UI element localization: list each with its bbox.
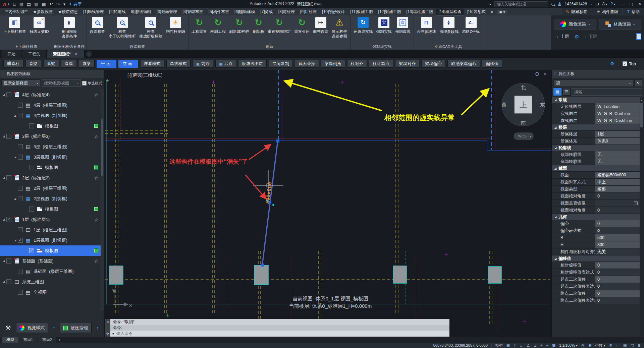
drawing-doc-icon[interactable] xyxy=(636,33,641,40)
toolbar-button-取消梁墙偏心[interactable]: 取消梁墙偏心 xyxy=(447,60,480,68)
share-button[interactable]: ✈共享 xyxy=(69,1,82,7)
save-icon[interactable]: ▤ xyxy=(27,2,31,7)
layer-settings-gear-icon[interactable]: ⚙ xyxy=(575,34,579,40)
toolbar-settings-gear-icon[interactable]: ⚙ xyxy=(610,61,614,67)
toolbar-button-前置[interactable]: ▣前置 xyxy=(193,60,213,68)
base-map-button[interactable]: 底图管理 xyxy=(60,323,92,333)
object-snap-tracking-icon[interactable]: ⊿ xyxy=(534,343,537,348)
toolbar-button-柱对齐[interactable]: 柱对齐 xyxy=(347,60,367,68)
property-value[interactable]: 0 xyxy=(595,283,640,290)
model-space-label[interactable]: 模型 xyxy=(495,343,503,348)
property-value[interactable]: 矩形 xyxy=(595,186,640,192)
tree-item-模板图[interactable]: 模板图 xyxy=(0,121,104,131)
ribbon-button-上下墙柱检查[interactable]: ◧上下墙柱检查 xyxy=(2,16,28,35)
grid-icon[interactable]: ▦ xyxy=(506,343,510,348)
menu-item-参数设置[interactable]: ★参数设置 xyxy=(31,8,56,15)
ribbon-button-清理多段线[interactable]: ✒清理多段线 xyxy=(438,16,460,35)
toolbar-button-层间复制[interactable]: 层间复制 xyxy=(269,60,293,68)
ribbon-button-删旧图板边界条件[interactable]: ✒删旧图板 边界条件 xyxy=(60,16,78,40)
tree-item-全视图[interactable]: ▤全视图 xyxy=(0,287,104,297)
save-as-icon[interactable]: ▥ xyxy=(34,2,38,7)
property-value[interactable]: 0 xyxy=(595,207,640,214)
toolbar-button-后置[interactable]: ▣后置 xyxy=(215,60,236,68)
layer-down-button[interactable]: ↓下层 xyxy=(582,33,600,41)
viewport-controls-label[interactable]: [-][俯视][二维线框] xyxy=(127,72,162,78)
open-file-icon[interactable]: ▧ xyxy=(19,2,23,7)
toolbar-button-梁墙倒角[interactable]: 梁墙倒角 xyxy=(321,60,345,68)
visual-style-up-icon[interactable]: ↑ xyxy=(50,323,58,333)
toolbar-button-截面替换[interactable]: 截面替换 xyxy=(295,60,319,68)
menu-item-楼层信息[interactable]: ★楼层信息 xyxy=(55,8,80,15)
command-input[interactable]: ▾ 键入命令 xyxy=(110,331,449,337)
ribbon-button-解绑无效ID[interactable]: ∞✕解绑无效ID xyxy=(28,16,50,35)
mirror-checkbox[interactable] xyxy=(634,201,638,205)
ribbon-button-显示构件误差参照[interactable]: ⚠显示构件 误差参照 xyxy=(330,16,348,40)
toolbar-button-详看模式[interactable]: 详看模式 xyxy=(140,60,164,68)
tree-checkbox[interactable]: ✓ xyxy=(18,238,23,243)
property-value[interactable]: 500 xyxy=(595,234,640,241)
ribbon-button-工程重置[interactable]: ↻工程重置 xyxy=(190,16,208,35)
user-dropdown-icon[interactable]: ▾ xyxy=(590,3,592,6)
ortho-mode-icon[interactable]: ∟ xyxy=(519,343,523,347)
tree-checkbox[interactable] xyxy=(18,144,23,149)
floor-search-input[interactable]: 搜索楼层/视图▾ xyxy=(42,79,81,87)
base-map-up-icon[interactable]: ↑ xyxy=(94,323,102,333)
tree-checkbox[interactable] xyxy=(6,279,11,284)
help-search-input[interactable]: 键入关键字或短语 xyxy=(494,1,548,7)
menu-item-内部功能[interactable]: **内部功能** xyxy=(3,8,31,15)
help-menu-icon[interactable]: ? ▾ xyxy=(610,2,615,6)
ribbon-button-重置引用[interactable]: ↻重置引用 xyxy=(293,16,311,35)
tree-item-基础面(楼层三维图)[interactable]: ▤基础面(楼层三维图) xyxy=(0,266,104,277)
clean-screen-icon[interactable]: ⊞ xyxy=(638,343,641,348)
ribbon-button-刷新板[interactable]: ↻刷新板 xyxy=(252,16,266,35)
tree-item-4层(楼层三维图)[interactable]: ▤4层(楼层三维图) xyxy=(0,100,104,110)
toolbar-button-弧梁[interactable]: 弧梁 xyxy=(43,60,59,68)
expand-icon[interactable]: ◢ xyxy=(2,280,5,283)
menu-item-3截面管理[interactable]: [3]截面管理 xyxy=(154,8,180,15)
property-value[interactable]: 0 xyxy=(595,227,640,234)
ribbon-button-强制虚线[interactable]: 虚强制虚线 xyxy=(394,16,412,35)
property-search-input[interactable]: 搜索 xyxy=(572,88,642,96)
expand-icon[interactable]: ◢ xyxy=(2,176,5,179)
expand-icon[interactable]: ◢ xyxy=(2,135,5,138)
material-render-button[interactable]: 材质渲染▾ xyxy=(599,19,642,30)
tree-checkbox[interactable] xyxy=(18,269,23,274)
menu-item-»[interactable]: » xyxy=(488,8,496,15)
ribbon-button-调整误差[interactable]: ↦调整误差 xyxy=(312,16,330,35)
menu-item-6辅助建模[interactable]: [6]辅助建模 xyxy=(232,8,258,15)
tree-checkbox[interactable] xyxy=(6,134,11,139)
menu-item-12梁施工图[interactable]: [12]梁施工图 xyxy=(375,8,404,15)
scroll-up-icon[interactable]: ▲ xyxy=(640,98,643,103)
autoscale-icon[interactable]: ⊕ xyxy=(588,343,591,348)
property-section-常规[interactable]: ◢常规 xyxy=(552,97,640,103)
viewcube-west[interactable]: 西 xyxy=(502,102,507,108)
ribbon-button-检查小于50的刚性杆[interactable]: ∘检查 小于50的刚性杆 xyxy=(107,16,138,40)
toolbar-button-单线模式[interactable]: 单线模式 xyxy=(166,60,191,68)
select-object-icon[interactable]: ↖ xyxy=(634,79,642,87)
object-type-dropdown[interactable]: 梁▾ xyxy=(553,79,633,87)
transparency-icon[interactable]: ▣ xyxy=(552,343,555,348)
search-icon[interactable] xyxy=(551,3,554,6)
property-value[interactable]: 无 xyxy=(595,151,640,158)
ribbon-button-重置视图绑定[interactable]: ↻重置视图绑定 xyxy=(266,16,292,35)
property-value[interactable]: W_G_B_DashLine xyxy=(595,117,640,124)
tree-item-3层(楼层三维图)[interactable]: ▤3层(楼层三维图) xyxy=(0,141,104,152)
plot-icon[interactable]: ▩ xyxy=(42,2,46,7)
menu-item-14模型检查[interactable]: [14]模型检查 xyxy=(436,8,464,15)
toolbar-button-直梁[interactable]: 直梁 xyxy=(25,60,41,68)
property-value[interactable] xyxy=(595,200,640,207)
selected-beam[interactable] xyxy=(261,139,279,267)
tree-item-基础面(基础面)[interactable]: ◢基础面(基础面)☆ xyxy=(0,256,104,266)
tree-checkbox[interactable] xyxy=(18,113,23,118)
expand-icon[interactable]: ◢ xyxy=(2,93,5,96)
tree-checkbox[interactable]: ✓ xyxy=(29,248,34,253)
menu-item-10初步设计[interactable]: [10]初步设计 xyxy=(319,8,347,15)
redo-icon[interactable]: ↷ xyxy=(56,2,60,7)
toolbar-button-偏移值[interactable]: 偏移值 xyxy=(482,60,502,68)
property-value[interactable]: 体系0 xyxy=(595,138,640,144)
ribbon-button-合并多段线[interactable]: ⊓合并多段线 xyxy=(416,16,438,35)
favorite-star-icon[interactable]: ☆ xyxy=(94,258,98,264)
tree-item-3层视图(剖切框)[interactable]: ◢▦3层视图(剖切框) xyxy=(0,152,104,162)
toolbar-button-平面[interactable]: 平面 xyxy=(97,60,116,68)
tree-item-1层视图(剖切框)[interactable]: ◢✓▦1层视图(剖切框) xyxy=(0,235,104,245)
